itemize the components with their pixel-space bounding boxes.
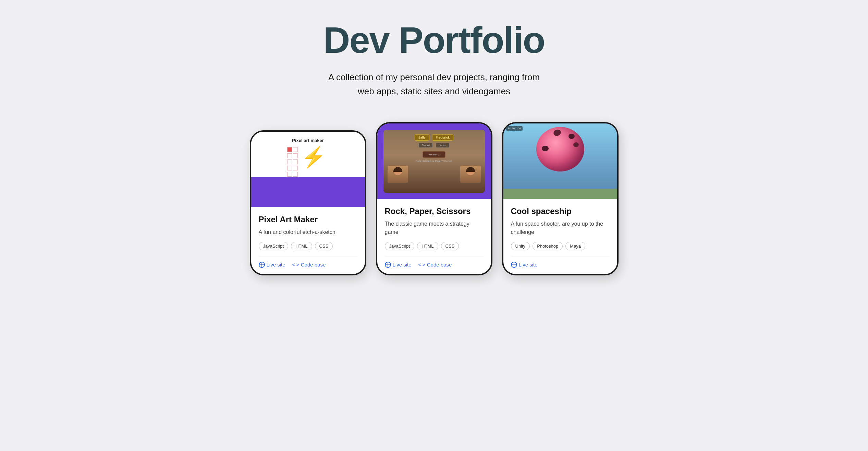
card2-tags: JavaScript HTML CSS (385, 242, 484, 250)
card2-title: Rock, Paper, Scissors (385, 206, 484, 216)
card1-description: A fun and colorful etch-a-sketch (259, 228, 357, 236)
pink-sphere (536, 127, 584, 171)
live-site-link-3[interactable]: Live site (511, 262, 538, 268)
live-site-label-2: Live site (393, 262, 412, 268)
sphere-bump3 (542, 146, 549, 151)
rps-round: Round: 3 (428, 153, 439, 156)
rps-nameplates: Sally Frederick (388, 134, 481, 141)
globe-icon (259, 262, 265, 268)
card1-body: Pixel Art Maker A fun and colorful etch-… (251, 207, 365, 274)
space-ground (503, 189, 617, 199)
palette-cell (293, 172, 298, 177)
palette-cell (287, 147, 292, 152)
card3-title: Cool spaceship (511, 206, 610, 216)
code-base-label-1: Code base (301, 262, 326, 268)
tag-css-2: CSS (441, 242, 459, 250)
palette-cell (293, 166, 298, 170)
live-site-label-3: Live site (519, 262, 538, 268)
palette-cell (293, 147, 298, 152)
globe-icon-2 (385, 262, 391, 268)
code-base-link-2[interactable]: < > Code base (418, 262, 452, 268)
palette-cell (287, 172, 292, 177)
tag-maya: Maya (565, 242, 585, 250)
tag-javascript: JavaScript (259, 242, 289, 250)
rps-char-left-head (394, 167, 402, 175)
rps-player2-name: Frederick (432, 134, 454, 141)
card2-description: The classic game meets a strategy game (385, 220, 484, 236)
sphere-bump4 (573, 142, 579, 147)
live-site-label-1: Live site (267, 262, 285, 268)
hero-subtitle: A collection of my personal dev projects… (328, 70, 540, 98)
palette-cell (287, 166, 292, 170)
card-rock-paper-scissors: Sally Frederick Sword Lance Round: 3 Roc… (376, 122, 492, 275)
live-site-link-1[interactable]: Live site (259, 262, 285, 268)
card-pixel-art-maker: Pixel art maker (250, 130, 366, 275)
rps-bg: Sally Frederick Sword Lance Round: 3 Roc… (383, 130, 485, 193)
palette-cell (293, 153, 298, 158)
code-icon: < > (292, 262, 299, 268)
tag-javascript-2: JavaScript (385, 242, 415, 250)
card1-image: Pixel art maker (251, 132, 365, 207)
pikachu-emoji: ⚡ (301, 147, 329, 167)
palette-cell (287, 153, 292, 158)
rps-choose-text: Rock, Scissors or Paper? Choose! (416, 160, 452, 162)
rps-char-left-hair (393, 167, 402, 172)
card3-image: Score: 154 (503, 123, 617, 199)
rps-char-left (388, 166, 408, 183)
rps-char-right-hair (466, 167, 475, 172)
rps-weapon1: Sword (419, 143, 433, 148)
rps-weapons: Sword Lance (419, 143, 449, 148)
tag-photoshop: Photoshop (533, 242, 563, 250)
score-overlay: Score: 154 (506, 126, 523, 131)
rps-weapon2: Lance (436, 143, 449, 148)
palette-cell (293, 159, 298, 164)
page-title: Dev Portfolio (323, 21, 545, 59)
card2-body: Rock, Paper, Scissors The classic game m… (377, 199, 491, 274)
card3-links: Live site (511, 257, 610, 268)
sphere-bump1 (552, 129, 562, 137)
tag-unity: Unity (511, 242, 530, 250)
card-cool-spaceship: Score: 154 Cool spaceship A fun space sh… (502, 122, 619, 275)
palette-cell (287, 159, 292, 164)
code-icon-2: < > (418, 262, 425, 268)
rps-char-right (460, 166, 481, 183)
rps-characters (388, 166, 481, 188)
card3-body: Cool spaceship A fun space shooter, are … (503, 199, 617, 274)
app-title-bar: Pixel art maker (292, 138, 324, 143)
rps-char-right-head (466, 167, 475, 175)
card1-tags: JavaScript HTML CSS (259, 242, 357, 250)
tag-css: CSS (315, 242, 333, 250)
card2-links: Live site < > Code base (385, 257, 484, 268)
sphere-bump2 (569, 134, 575, 139)
card3-tags: Unity Photoshop Maya (511, 242, 610, 250)
rps-round-box: Round: 3 (423, 151, 445, 158)
card1-content: ⚡ (287, 147, 329, 177)
card1-links: Live site < > Code base (259, 257, 357, 268)
code-base-link-1[interactable]: < > Code base (292, 262, 326, 268)
code-base-label-2: Code base (427, 262, 452, 268)
tag-html-2: HTML (417, 242, 438, 250)
rps-player1-name: Sally (415, 134, 429, 141)
cards-row: Pixel art maker (194, 122, 674, 275)
card2-image: Sally Frederick Sword Lance Round: 3 Roc… (377, 123, 491, 199)
pixel-palette (287, 147, 298, 177)
card3-description: A fun space shooter, are you up to the c… (511, 220, 610, 236)
globe-icon-3 (511, 262, 517, 268)
tag-html: HTML (291, 242, 312, 250)
pikachu-area: ⚡ (301, 147, 329, 175)
space-scene: Score: 154 (503, 123, 617, 199)
card1-title: Pixel Art Maker (259, 215, 357, 225)
live-site-link-2[interactable]: Live site (385, 262, 412, 268)
rps-screen: Sally Frederick Sword Lance Round: 3 Roc… (383, 130, 485, 193)
